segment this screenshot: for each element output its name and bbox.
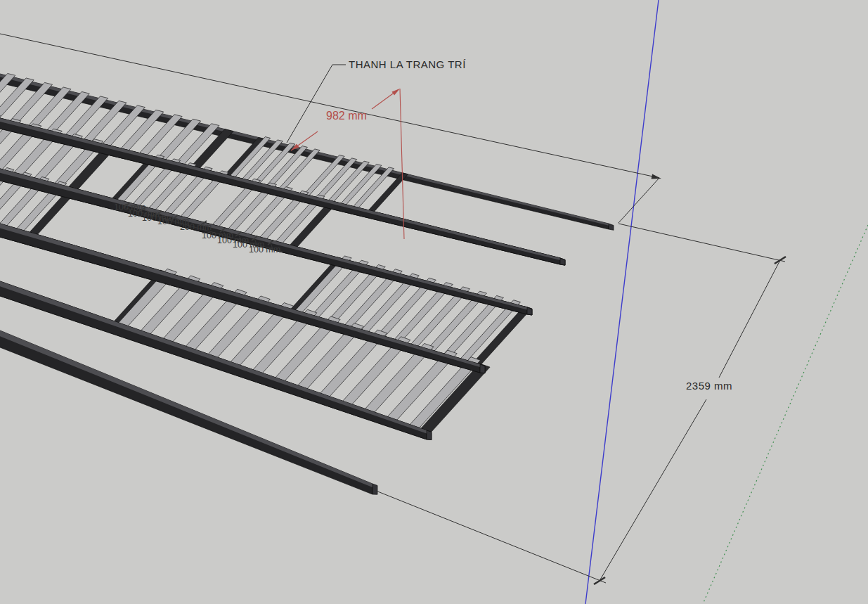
sketchup-viewport[interactable]: THANH LA TRANG TRÍ 982 mm 2359 mm 100 mm… xyxy=(0,0,868,604)
dim-label[interactable]: 100 mm xyxy=(249,245,280,255)
rail-end-cap xyxy=(427,430,432,440)
model-canvas xyxy=(0,0,868,604)
dimension-label-982mm[interactable]: 982 mm xyxy=(326,110,367,122)
rail-end-cap xyxy=(480,364,485,373)
component-label[interactable]: THANH LA TRANG TRÍ xyxy=(349,59,466,70)
rail-end-cap xyxy=(373,484,377,494)
dimension-label-2359mm[interactable]: 2359 mm xyxy=(686,380,732,391)
